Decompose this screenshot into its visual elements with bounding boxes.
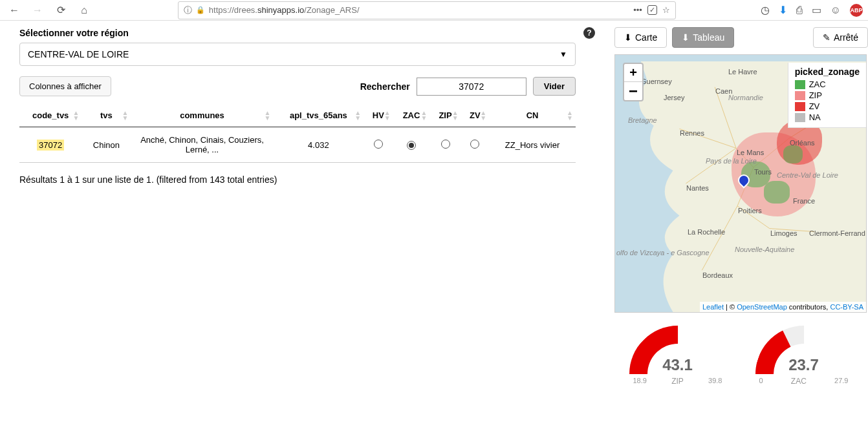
th-communes[interactable]: communes▲▼ <box>131 104 274 127</box>
carte-button[interactable]: ⬇ Carte <box>614 27 667 48</box>
account-icon[interactable]: ☺ <box>830 5 841 16</box>
url-bar[interactable]: ⓘ 🔒 https://drees.shinyapps.io/Zonage_AR… <box>178 1 676 19</box>
download-icon[interactable]: ⬇ <box>779 4 787 16</box>
region-label: Sélectionner votre région <box>19 28 129 38</box>
tableau-button[interactable]: ⬇ Tableau <box>672 27 734 48</box>
legend-row: ZAC <box>795 79 860 89</box>
th-zv[interactable]: ZV▲▼ <box>461 104 489 127</box>
city-label: Nantes <box>686 184 709 192</box>
legend-swatch <box>795 91 805 100</box>
city-label: France <box>793 197 815 205</box>
caret-down-icon: ▼ <box>559 50 567 59</box>
more-icon[interactable]: ••• <box>633 5 642 15</box>
legend-label: ZIP <box>809 90 822 100</box>
home-button[interactable]: ⌂ <box>75 1 93 19</box>
region-label: Pays de la Loire <box>706 157 757 165</box>
left-panel: Sélectionner votre région ? CENTRE-VAL D… <box>19 27 608 386</box>
gauge-zip: 43.1 18.9 ZIP 39.8 <box>629 326 726 386</box>
region-selected-value: CENTRE-VAL DE LOIRE <box>28 49 129 59</box>
region-label: olfo de Vizcaya - e Gascogne <box>616 249 710 257</box>
radio-hv[interactable] <box>374 140 383 149</box>
reader-icon[interactable]: ▭ <box>812 4 821 16</box>
cell-apl: 4.032 <box>274 127 364 163</box>
table-row: 37072 Chinon Anché, Chinon, Cinais, Couz… <box>19 127 576 163</box>
cell-tvs: Chinon <box>81 127 131 163</box>
lock-icon: 🔒 <box>196 6 205 14</box>
search-label: Rechercher <box>360 81 410 92</box>
results-text: Résultats 1 à 1 sur une liste de 1. (fil… <box>19 174 608 185</box>
zoom-in-button[interactable]: + <box>624 64 642 82</box>
cell-code-tvs: 37072 <box>37 140 64 151</box>
arrete-button[interactable]: ✎ Arrêté <box>813 27 868 48</box>
browser-toolbar: ← → ⟳ ⌂ ⓘ 🔒 https://drees.shinyapps.io/Z… <box>0 0 868 21</box>
help-icon[interactable]: ? <box>583 27 595 39</box>
library-icon[interactable]: ⎙ <box>796 5 803 16</box>
forward-button[interactable]: → <box>28 1 47 19</box>
th-cn[interactable]: CN▲▼ <box>489 104 576 127</box>
city-label: Clermont-Ferrand <box>809 229 865 237</box>
legend-swatch <box>795 113 805 122</box>
cell-communes: Anché, Chinon, Cinais, Couziers, Lerné, … <box>131 127 274 163</box>
shield-icon[interactable]: ✓ <box>647 5 657 15</box>
legend-swatch <box>795 102 805 111</box>
legend-title: picked_zonage <box>795 67 860 77</box>
map[interactable]: + − picked_zonage ZACZIPZVNA GuernseyJer… <box>614 54 867 313</box>
region-label: Nouvelle-Aquitaine <box>735 246 794 253</box>
th-tvs[interactable]: tvs▲▼ <box>81 104 131 127</box>
reload-button[interactable]: ⟳ <box>52 1 70 19</box>
download-icon: ⬇ <box>624 32 632 43</box>
search-input[interactable] <box>417 78 526 96</box>
radio-zac[interactable] <box>407 141 416 150</box>
zoom-out-button[interactable]: − <box>624 82 642 100</box>
leaflet-link[interactable]: Leaflet <box>702 303 724 311</box>
city-label: Orléans <box>790 139 815 147</box>
legend-label: ZAC <box>809 79 826 89</box>
city-label: Tours <box>754 168 772 176</box>
osm-link[interactable]: OpenStreetMap <box>737 303 787 311</box>
legend-row: NA <box>795 112 860 122</box>
cell-cn: ZZ_Hors vivier <box>489 127 576 163</box>
city-label: Guernsey <box>641 78 672 85</box>
region-label: Centre-Val de Loire <box>777 171 838 179</box>
city-label: Poitiers <box>738 207 762 215</box>
edit-icon: ✎ <box>823 32 830 43</box>
th-code-tvs[interactable]: code_tvs▲▼ <box>19 104 81 127</box>
history-icon[interactable]: ◷ <box>761 4 770 16</box>
zone-zac3 <box>783 145 803 163</box>
map-legend: picked_zonage ZACZIPZVNA <box>788 63 866 128</box>
clear-button[interactable]: Vider <box>533 77 576 96</box>
right-panel: ⬇ Carte ⬇ Tableau ✎ Arrêté <box>608 27 868 386</box>
region-label: Normandie <box>728 94 763 101</box>
gauges: 43.1 18.9 ZIP 39.8 23.7 0 ZAC 27.9 <box>614 326 867 386</box>
columns-button[interactable]: Colonnes à afficher <box>19 76 111 96</box>
city-label: Limoges <box>770 229 797 237</box>
zoom-controls: + − <box>623 63 644 101</box>
map-attribution: Leaflet | © OpenStreetMap contributors, … <box>700 302 866 312</box>
city-label: Le Havre <box>728 68 757 76</box>
th-zip[interactable]: ZIP▲▼ <box>429 104 461 127</box>
city-label: Jersey <box>664 94 684 101</box>
legend-row: ZIP <box>795 90 860 100</box>
legend-row: ZV <box>795 101 860 111</box>
radio-zip[interactable] <box>441 140 450 149</box>
th-apl[interactable]: apl_tvs_65ans▲▼ <box>274 104 364 127</box>
url-text: https://drees.shinyapps.io/Zonage_ARS/ <box>209 5 360 15</box>
th-zac[interactable]: ZAC▲▼ <box>393 104 430 127</box>
region-select[interactable]: CENTRE-VAL DE LOIRE ▼ <box>19 43 576 66</box>
th-hv[interactable]: HV▲▼ <box>363 104 393 127</box>
legend-label: NA <box>809 112 821 122</box>
download-icon: ⬇ <box>682 32 689 43</box>
region-label: Bretagne <box>628 116 657 124</box>
abp-icon[interactable]: ABP <box>850 4 863 17</box>
legend-label: ZV <box>809 101 820 111</box>
radio-zv[interactable] <box>470 140 479 149</box>
license-link[interactable]: CC-BY-SA <box>830 303 863 311</box>
bookmark-icon[interactable]: ☆ <box>662 5 670 15</box>
back-button[interactable]: ← <box>5 1 23 19</box>
zone-zac2 <box>764 181 790 204</box>
city-label: Le Mans <box>737 149 764 156</box>
city-label: La Rochelle <box>688 228 725 236</box>
city-label: Bordeaux <box>702 271 733 279</box>
data-table: code_tvs▲▼ tvs▲▼ communes▲▼ apl_tvs_65an… <box>19 104 576 163</box>
legend-swatch <box>795 80 805 89</box>
